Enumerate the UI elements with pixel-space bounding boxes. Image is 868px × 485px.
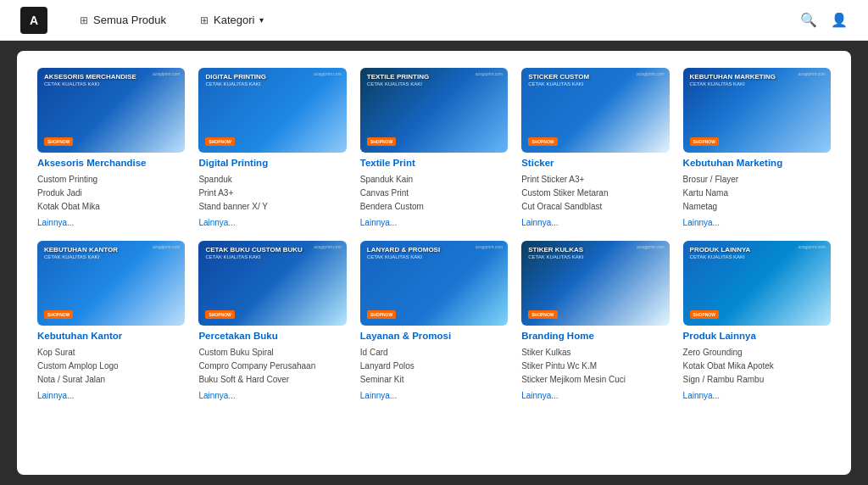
product-image-subtitle: CETAK KUALITAS KAKI bbox=[367, 254, 501, 259]
product-more-9[interactable]: Lainnya... bbox=[521, 391, 669, 400]
product-more-2[interactable]: Lainnya... bbox=[198, 218, 346, 227]
product-items-8: Id CardLanyard PolosSeminar Kit bbox=[360, 346, 508, 386]
product-item: Print A3+ bbox=[198, 187, 346, 199]
product-more-8[interactable]: Lainnya... bbox=[360, 391, 508, 400]
product-item: Stand banner X/ Y bbox=[198, 200, 346, 213]
product-item: Custom Amplop Logo bbox=[37, 360, 185, 372]
product-item: Nota / Surat Jalan bbox=[37, 373, 185, 386]
product-title-4[interactable]: Sticker bbox=[521, 158, 669, 168]
product-item: Print Sticker A3+ bbox=[521, 173, 669, 186]
product-card-5: KEBUTUHAN MARKETING CETAK KUALITAS KAKI … bbox=[683, 68, 831, 227]
product-image-badge: SHOPNOW bbox=[44, 310, 73, 319]
azagi-watermark: azagiprint.com bbox=[798, 244, 826, 249]
product-image-subtitle: CETAK KUALITAS KAKI bbox=[44, 81, 178, 86]
product-more-3[interactable]: Lainnya... bbox=[360, 218, 508, 227]
product-more-5[interactable]: Lainnya... bbox=[683, 218, 831, 227]
product-title-9[interactable]: Branding Home bbox=[521, 331, 669, 341]
product-image-2[interactable]: DIGITAL PRINTING CETAK KUALITAS KAKI aza… bbox=[198, 68, 346, 153]
product-title-1[interactable]: Aksesoris Merchandise bbox=[37, 158, 185, 168]
product-card-7: CETAK BUKU CUSTOM BUKU CETAK KUALITAS KA… bbox=[198, 241, 346, 400]
product-image-5[interactable]: KEBUTUHAN MARKETING CETAK KUALITAS KAKI … bbox=[683, 68, 831, 153]
product-image-4[interactable]: STICKER CUSTOM CETAK KUALITAS KAKI azagi… bbox=[521, 68, 669, 153]
product-title-2[interactable]: Digital Printing bbox=[198, 158, 346, 168]
product-item: Compro Company Perusahaan bbox=[198, 360, 346, 372]
azagi-watermark: azagiprint.com bbox=[314, 244, 342, 249]
product-grid: AKSESORIS MERCHANDISE CETAK KUALITAS KAK… bbox=[37, 68, 831, 400]
product-image-badge: SHOPNOW bbox=[690, 137, 719, 146]
product-image-1[interactable]: AKSESORIS MERCHANDISE CETAK KUALITAS KAK… bbox=[37, 68, 185, 153]
main-content: AKSESORIS MERCHANDISE CETAK KUALITAS KAK… bbox=[17, 51, 851, 475]
product-image-badge: SHOPNOW bbox=[205, 310, 234, 319]
search-icon[interactable]: 🔍 bbox=[800, 12, 817, 28]
logo[interactable]: A bbox=[20, 7, 53, 34]
product-item: Produk Jadi bbox=[37, 187, 185, 199]
product-title-7[interactable]: Percetakan Buku bbox=[198, 331, 346, 341]
product-items-2: SpandukPrint A3+Stand banner X/ Y bbox=[198, 173, 346, 213]
product-image-subtitle: CETAK KUALITAS KAKI bbox=[205, 81, 339, 86]
product-items-7: Custom Buku SpiralCompro Company Perusah… bbox=[198, 346, 346, 386]
azagi-watermark: azagiprint.com bbox=[314, 71, 342, 76]
product-image-7[interactable]: CETAK BUKU CUSTOM BUKU CETAK KUALITAS KA… bbox=[198, 241, 346, 326]
logo-icon: A bbox=[20, 7, 47, 34]
product-card-1: AKSESORIS MERCHANDISE CETAK KUALITAS KAK… bbox=[37, 68, 185, 227]
product-items-10: Zero GroundingKotak Obat Mika ApotekSign… bbox=[683, 346, 831, 386]
product-items-1: Custom PrintingProduk JadiKotak Obat Mik… bbox=[37, 173, 185, 213]
product-item: Buku Soft & Hard Cover bbox=[198, 373, 346, 386]
product-more-6[interactable]: Lainnya... bbox=[37, 391, 185, 400]
product-title-8[interactable]: Layanan & Promosi bbox=[360, 331, 508, 341]
product-item: Kotak Obat Mika bbox=[37, 200, 185, 213]
product-title-3[interactable]: Textile Print bbox=[360, 158, 508, 168]
product-image-badge: SHOPNOW bbox=[205, 137, 234, 146]
product-item: Brosur / Flayer bbox=[683, 173, 831, 186]
azagi-watermark: azagiprint.com bbox=[476, 244, 504, 249]
nav-semua-produk[interactable]: ⊞ Semua Produk bbox=[73, 10, 173, 30]
product-more-10[interactable]: Lainnya... bbox=[683, 391, 831, 400]
product-title-5[interactable]: Kebutuhan Marketing bbox=[683, 158, 831, 168]
product-image-9[interactable]: STIKER KULKAS CETAK KUALITAS KAKI azagip… bbox=[521, 241, 669, 326]
header: A ⊞ Semua Produk ⊞ Kategori ▾ 🔍 👤 bbox=[0, 0, 868, 41]
product-image-subtitle: CETAK KUALITAS KAKI bbox=[44, 254, 178, 259]
product-image-subtitle: CETAK KUALITAS KAKI bbox=[690, 81, 824, 86]
product-more-4[interactable]: Lainnya... bbox=[521, 218, 669, 227]
product-item: Sign / Rambu Rambu bbox=[683, 373, 831, 386]
product-items-5: Brosur / FlayerKartu NamaNametag bbox=[683, 173, 831, 213]
product-image-6[interactable]: KEBUTUHAN KANTOR CETAK KUALITAS KAKI aza… bbox=[37, 241, 185, 326]
nav-kategori[interactable]: ⊞ Kategori ▾ bbox=[193, 10, 270, 30]
product-image-badge: SHOPNOW bbox=[44, 137, 73, 146]
product-card-6: KEBUTUHAN KANTOR CETAK KUALITAS KAKI aza… bbox=[37, 241, 185, 400]
product-item: Bendera Custom bbox=[360, 200, 508, 213]
product-item: Stiker Kulkas bbox=[521, 346, 669, 359]
product-card-8: LANYARD & PROMOSI CETAK KUALITAS KAKI az… bbox=[360, 241, 508, 400]
product-item: Seminar Kit bbox=[360, 373, 508, 386]
product-items-6: Kop SuratCustom Amplop LogoNota / Surat … bbox=[37, 346, 185, 386]
product-image-3[interactable]: TEXTILE PRINTING CETAK KUALITAS KAKI aza… bbox=[360, 68, 508, 153]
product-item: Lanyard Polos bbox=[360, 360, 508, 372]
azagi-watermark: azagiprint.com bbox=[476, 71, 504, 76]
product-item: Sticker Mejikom Mesin Cuci bbox=[521, 373, 669, 386]
product-image-subtitle: CETAK KUALITAS KAKI bbox=[528, 81, 662, 86]
product-title-10[interactable]: Produk Lainnya bbox=[683, 331, 831, 341]
product-image-badge: SHOPNOW bbox=[367, 137, 396, 146]
product-title-6[interactable]: Kebutuhan Kantor bbox=[37, 331, 185, 341]
azagi-watermark: azagiprint.com bbox=[153, 244, 181, 249]
product-item: Custom Buku Spiral bbox=[198, 346, 346, 359]
product-card-10: PRODUK LAINNYA CETAK KUALITAS KAKI azagi… bbox=[683, 241, 831, 400]
chevron-down-icon: ▾ bbox=[259, 15, 264, 25]
product-image-badge: SHOPNOW bbox=[690, 310, 719, 319]
product-item: Custom Printing bbox=[37, 173, 185, 186]
product-image-subtitle: CETAK KUALITAS KAKI bbox=[528, 254, 662, 259]
azagi-watermark: azagiprint.com bbox=[637, 244, 665, 249]
product-item: Spanduk bbox=[198, 173, 346, 186]
product-items-3: Spanduk KainCanvas PrintBendera Custom bbox=[360, 173, 508, 213]
product-image-subtitle: CETAK KUALITAS KAKI bbox=[367, 81, 501, 86]
product-item: Kartu Nama bbox=[683, 187, 831, 199]
product-more-1[interactable]: Lainnya... bbox=[37, 218, 185, 227]
product-image-subtitle: CETAK KUALITAS KAKI bbox=[690, 254, 824, 259]
product-more-7[interactable]: Lainnya... bbox=[198, 391, 346, 400]
product-item: Custom Stiker Metaran bbox=[521, 187, 669, 199]
product-items-9: Stiker KulkasStiker Pintu Wc K.MSticker … bbox=[521, 346, 669, 386]
product-image-8[interactable]: LANYARD & PROMOSI CETAK KUALITAS KAKI az… bbox=[360, 241, 508, 326]
account-icon[interactable]: 👤 bbox=[831, 12, 848, 28]
product-item: Id Card bbox=[360, 346, 508, 359]
product-image-10[interactable]: PRODUK LAINNYA CETAK KUALITAS KAKI azagi… bbox=[683, 241, 831, 326]
